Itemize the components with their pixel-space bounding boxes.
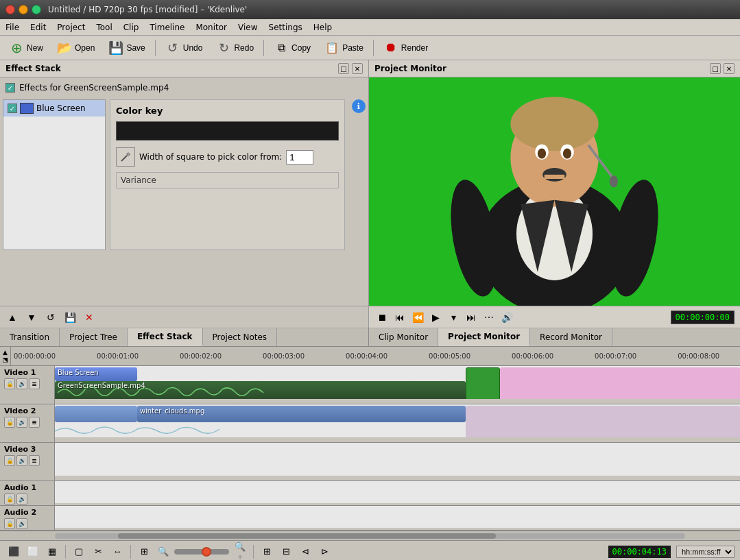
menu-tool[interactable]: Tool	[91, 19, 117, 35]
status-layout2-btn[interactable]: ⬜	[25, 544, 41, 560]
clip-blue-screen[interactable]: Blue Screen	[55, 367, 137, 381]
timeline-scrollbar-thumb[interactable]	[118, 533, 496, 539]
tab-project-monitor[interactable]: Project Monitor	[438, 328, 530, 346]
video3-lock-btn[interactable]: 🔒	[4, 455, 15, 466]
monitor-prev-frame-button[interactable]: ⏮	[392, 310, 407, 325]
info-icon[interactable]: ℹ	[352, 99, 366, 113]
effect-move-up-button[interactable]: ▲	[4, 309, 21, 326]
status-zoom-in-btn[interactable]: 🔍+	[232, 544, 248, 560]
status-select-btn[interactable]: ▢	[71, 544, 87, 560]
open-button[interactable]: 📂 Open	[51, 38, 101, 58]
monitor-float-icon[interactable]: □	[710, 63, 721, 74]
video2-menu-btn[interactable]: ≡	[29, 417, 40, 428]
effect-checkbox[interactable]: ✓	[8, 104, 17, 113]
tab-project-notes[interactable]: Project Notes	[203, 328, 278, 346]
menu-monitor[interactable]: Monitor	[190, 19, 232, 35]
timeline-scrollbar-track[interactable]	[55, 533, 685, 539]
maximize-button[interactable]	[32, 5, 41, 14]
width-input[interactable]	[286, 150, 313, 165]
new-button[interactable]: ⊕ New	[3, 38, 49, 58]
menu-file[interactable]: File	[0, 19, 25, 35]
status-mark-in-btn[interactable]: ⊲	[297, 544, 313, 560]
status-zoom-out-btn[interactable]: 🔍	[155, 544, 171, 560]
effect-list-item[interactable]: ✓ Blue Screen	[3, 100, 105, 117]
undo-button[interactable]: ↺ Undo	[159, 38, 209, 58]
audio1-lock-btn[interactable]: 🔒	[4, 494, 15, 504]
timeline-scrollbar[interactable]	[0, 531, 740, 540]
save-button[interactable]: 💾 Save	[102, 38, 151, 58]
monitor-rewind-button[interactable]: ⏪	[410, 310, 425, 325]
video2-lock-btn[interactable]: 🔒	[4, 417, 15, 428]
clip-video2-pink[interactable]	[466, 406, 740, 437]
panel-float-icon[interactable]: □	[338, 63, 349, 74]
monitor-more-button[interactable]: ▾	[446, 310, 461, 325]
audio1-mute-btn[interactable]: 🔊	[16, 494, 27, 504]
status-slip-btn[interactable]: ↔	[109, 544, 126, 560]
track-content-video3[interactable]	[55, 443, 740, 476]
tab-clip-monitor[interactable]: Clip Monitor	[369, 328, 438, 346]
panel-close-icon[interactable]: ✕	[352, 63, 363, 74]
redo-button[interactable]: ↻ Redo	[210, 38, 260, 58]
collapse-all-button[interactable]: ▲	[3, 349, 8, 356]
status-group2-btn[interactable]: ⊟	[278, 544, 294, 560]
expand-all-button[interactable]: ⬔	[2, 356, 8, 363]
clip-video1-pink[interactable]	[500, 367, 740, 399]
render-button[interactable]: ⏺ Render	[377, 38, 434, 58]
effect-delete-button[interactable]: ✕	[81, 309, 97, 326]
video1-menu-btn[interactable]: ≡	[29, 378, 40, 389]
track-content-audio2[interactable]	[55, 506, 740, 528]
menu-project[interactable]: Project	[51, 19, 91, 35]
paste-button[interactable]: 📋 Paste	[318, 38, 370, 58]
video3-mute-btn[interactable]: 🔊	[16, 455, 27, 466]
audio2-mute-btn[interactable]: 🔊	[16, 518, 27, 529]
video1-lock-btn[interactable]: 🔒	[4, 378, 15, 389]
tab-transition[interactable]: Transition	[0, 328, 60, 346]
track-content-video2[interactable]: winter_clouds.mpg	[55, 404, 740, 437]
audio2-lock-btn[interactable]: 🔒	[4, 518, 15, 529]
tab-effect-stack[interactable]: Effect Stack	[128, 328, 203, 346]
monitor-play-button[interactable]: ▶	[428, 310, 443, 325]
video2-mute-btn[interactable]: 🔊	[16, 417, 27, 428]
menu-edit[interactable]: Edit	[25, 19, 51, 35]
status-mark-out-btn[interactable]: ⊳	[316, 544, 333, 560]
monitor-volume-button[interactable]: 🔊	[499, 310, 514, 325]
close-button[interactable]	[5, 5, 15, 14]
clip-video2-start[interactable]	[55, 406, 137, 422]
monitor-close-icon[interactable]: ✕	[724, 63, 735, 74]
monitor-stop-button[interactable]: ⏹	[374, 310, 390, 325]
status-group-btn[interactable]: ⊞	[136, 544, 152, 560]
zoom-handle[interactable]	[202, 547, 211, 557]
menu-clip[interactable]: Clip	[118, 19, 145, 35]
status-snap-btn[interactable]: ⊞	[259, 544, 275, 560]
video1-mute-btn[interactable]: 🔊	[16, 378, 27, 389]
effect-stack-title: Effect Stack	[5, 64, 61, 73]
effects-enabled-checkbox[interactable]: ✓	[5, 83, 15, 93]
clip-video1-thumb[interactable]	[466, 367, 500, 399]
menu-settings[interactable]: Settings	[263, 19, 308, 35]
monitor-options-button[interactable]: ⋯	[481, 310, 497, 325]
monitor-next-frame-button[interactable]: ⏭	[464, 310, 479, 325]
menu-help[interactable]: Help	[308, 19, 337, 35]
menu-view[interactable]: View	[232, 19, 263, 35]
effect-refresh-button[interactable]: ↺	[43, 309, 59, 326]
clip-video2-audio[interactable]	[55, 422, 466, 437]
status-layout1-btn[interactable]: ⬛	[5, 544, 22, 560]
copy-button[interactable]: ⧉ Copy	[267, 38, 317, 58]
video3-menu-btn[interactable]: ≡	[29, 455, 40, 466]
tab-record-monitor[interactable]: Record Monitor	[530, 328, 612, 346]
status-cut-btn[interactable]: ✂	[90, 544, 106, 560]
clip-winter-clouds[interactable]: winter_clouds.mpg	[137, 406, 466, 422]
zoom-slider[interactable]	[174, 549, 229, 555]
status-layout3-btn[interactable]: ▦	[44, 544, 60, 560]
menu-timeline[interactable]: Timeline	[144, 19, 190, 35]
tab-project-tree[interactable]: Project Tree	[60, 328, 128, 346]
effect-move-down-button[interactable]: ▼	[23, 309, 40, 326]
statusbar-format-select[interactable]: hh:mm:ss:ff	[676, 546, 735, 558]
minimize-button[interactable]	[19, 5, 28, 14]
track-content-video1[interactable]: Blue Screen GreenScreenSample.mp4	[55, 366, 740, 399]
track-content-audio1[interactable]	[55, 481, 740, 503]
pick-color-button[interactable]	[116, 147, 135, 167]
color-swatch[interactable]	[116, 121, 339, 141]
clip-greenscreen[interactable]: GreenScreenSample.mp4	[55, 381, 466, 399]
effect-save-button[interactable]: 💾	[62, 309, 78, 326]
